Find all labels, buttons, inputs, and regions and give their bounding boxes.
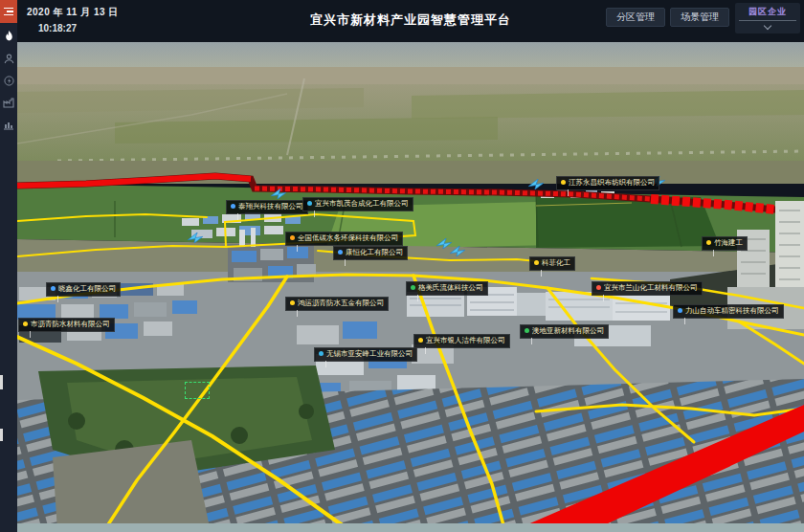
company-label-text: 江苏永昌织布纺织有限公司 bbox=[569, 179, 655, 187]
company-label-text: 康恒化工有限公司 bbox=[346, 249, 403, 256]
company-label-text: 宜兴市凯茂合成化工有限公司 bbox=[315, 200, 409, 208]
menu-icon[interactable] bbox=[0, 0, 17, 23]
company-label-text: 澳地亚新材料有限公司 bbox=[532, 327, 604, 335]
company-label[interactable]: 泰翔兴科技有限公司 bbox=[226, 200, 308, 214]
company-label[interactable]: 竹海建工 bbox=[702, 236, 748, 251]
company-label[interactable]: 力山自动车精密科技有限公司 bbox=[673, 304, 784, 319]
company-type-icon bbox=[23, 321, 28, 326]
company-label[interactable]: 江苏永昌织布纺织有限公司 bbox=[556, 176, 659, 190]
flame-icon[interactable] bbox=[3, 31, 14, 42]
top-header-bar: 2020 年 11 月 13 日 10:18:27 宜兴市新材料产业园智慧管理平… bbox=[17, 0, 804, 42]
chevron-down-icon bbox=[764, 22, 771, 30]
company-label-text: 鸿运沥青防水五金有限公司 bbox=[298, 299, 384, 307]
company-type-icon bbox=[678, 308, 682, 313]
company-label-text: 宜兴市银人洁件有限公司 bbox=[426, 337, 505, 344]
user-icon[interactable] bbox=[3, 53, 14, 64]
company-label[interactable]: 科菲化工 bbox=[529, 256, 575, 271]
company-label-text: 力山自动车精密科技有限公司 bbox=[685, 307, 779, 315]
bottom-edge-strip bbox=[17, 523, 804, 532]
company-label[interactable]: 鸿运沥青防水五金有限公司 bbox=[285, 297, 389, 311]
company-label-text: 竹海建工 bbox=[714, 239, 743, 247]
company-label-text: 宜兴市兰山化工材料有限公司 bbox=[604, 284, 698, 292]
company-type-icon bbox=[418, 338, 423, 343]
zone-management-button[interactable]: 分区管理 bbox=[606, 8, 665, 27]
tool-sidebar bbox=[0, 23, 17, 532]
company-label[interactable]: 晓鑫化工有限公司 bbox=[46, 282, 121, 297]
company-label-text: 科菲化工 bbox=[542, 259, 570, 267]
company-type-icon bbox=[525, 328, 529, 333]
company-label[interactable]: 市沥青防水材料有限公司 bbox=[18, 318, 115, 332]
company-label-text: 晓鑫化工有限公司 bbox=[58, 285, 116, 293]
company-label[interactable]: 格美氏流体科技公司 bbox=[406, 281, 488, 296]
company-type-icon bbox=[231, 204, 235, 209]
smart-park-platform-window: 2020 年 11 月 13 日 10:18:27 宜兴市新材料产业园智慧管理平… bbox=[0, 0, 804, 532]
company-type-icon bbox=[561, 180, 566, 185]
company-type-icon bbox=[290, 300, 295, 305]
company-label-text: 全国低碳水务环保科技有限公司 bbox=[298, 234, 398, 242]
selection-box bbox=[185, 382, 210, 399]
company-type-icon bbox=[319, 351, 324, 356]
power-icon[interactable] bbox=[3, 75, 14, 86]
company-type-icon bbox=[706, 240, 711, 245]
sky-layer bbox=[17, 42, 804, 184]
park-enterprise-dropdown-label: 园区企业 bbox=[748, 6, 787, 18]
company-label-text: 格美氏流体科技公司 bbox=[418, 284, 483, 292]
map-3d-view[interactable]: 泰翔兴科技有限公司宜兴市凯茂合成化工有限公司全国低碳水务环保科技有限公司康恒化工… bbox=[17, 42, 804, 532]
company-label-text: 市沥青防水材料有限公司 bbox=[31, 321, 110, 328]
company-label[interactable]: 康恒化工有限公司 bbox=[333, 246, 408, 260]
company-label[interactable]: 宜兴市凯茂合成化工有限公司 bbox=[302, 197, 413, 211]
company-type-icon bbox=[338, 250, 343, 255]
company-label[interactable]: 宜兴市兰山化工材料有限公司 bbox=[592, 281, 703, 296]
scene-management-button[interactable]: 场景管理 bbox=[670, 8, 729, 27]
park-enterprise-dropdown[interactable]: 园区企业 bbox=[735, 3, 800, 33]
company-type-icon bbox=[411, 285, 415, 290]
company-label[interactable]: 宜兴市银人洁件有限公司 bbox=[413, 334, 510, 348]
company-type-icon bbox=[596, 285, 601, 290]
company-type-icon bbox=[534, 260, 539, 265]
panel-handle[interactable] bbox=[0, 375, 3, 389]
company-label[interactable]: 无锡市亚安峰工业有限公司 bbox=[314, 347, 417, 362]
company-type-icon bbox=[290, 235, 295, 240]
company-label[interactable]: 全国低碳水务环保科技有限公司 bbox=[285, 232, 403, 246]
panel-handle[interactable] bbox=[0, 429, 3, 441]
bar-chart-icon[interactable] bbox=[3, 119, 14, 130]
company-label-text: 泰翔兴科技有限公司 bbox=[238, 203, 303, 211]
company-label-text: 无锡市亚安峰工业有限公司 bbox=[326, 350, 413, 358]
company-label[interactable]: 澳地亚新材料有限公司 bbox=[520, 324, 609, 339]
warehouse-layer bbox=[17, 366, 804, 532]
factory-icon[interactable] bbox=[3, 97, 14, 108]
company-type-icon bbox=[51, 286, 56, 291]
company-type-icon bbox=[307, 201, 312, 206]
